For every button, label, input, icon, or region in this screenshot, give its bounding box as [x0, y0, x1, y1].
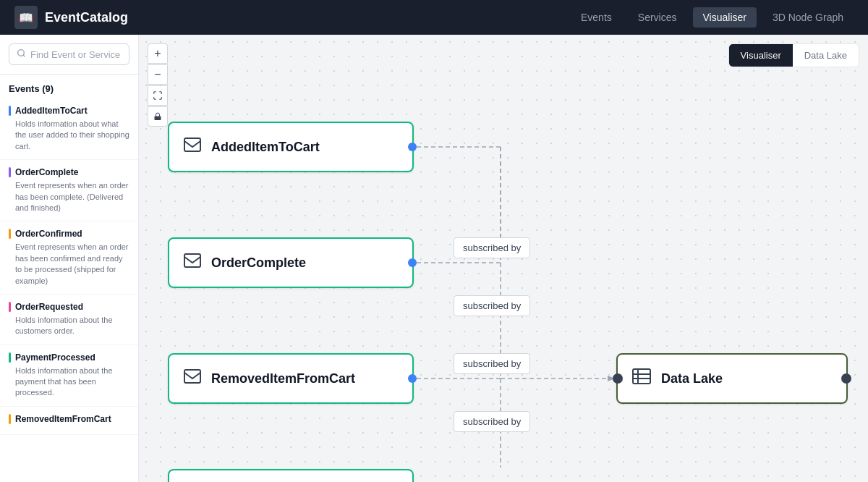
svg-rect-13	[184, 370, 200, 383]
subscribed-by-label-4: subscribed by	[454, 411, 530, 432]
sidebar: Events (9) AddedItemToCart Holds informa…	[0, 35, 139, 482]
event-connector-dot	[408, 374, 417, 383]
nav-3d-node-graph[interactable]: 3D Node Graph	[762, 7, 854, 28]
event-node-label: AddedItemToCart	[211, 140, 320, 155]
event-description: Event represents when an order has been …	[9, 180, 129, 213]
nav-visualiser[interactable]: Visualiser	[693, 7, 757, 28]
subscribed-by-label-1: subscribed by	[454, 237, 530, 258]
brand-icon: 📖	[14, 6, 38, 29]
event-node-added-item-to-cart[interactable]: AddedItemToCart	[168, 122, 414, 172]
lock-button[interactable]	[148, 106, 168, 127]
zoom-in-button[interactable]: +	[148, 43, 168, 64]
event-envelope-icon	[184, 138, 201, 156]
event-node-shipment-delivered[interactable]: ShipmentDelivered	[168, 469, 414, 482]
subscribed-by-label-2: subscribed by	[454, 295, 530, 316]
svg-point-0	[18, 50, 25, 56]
event-color-indicator	[9, 302, 11, 312]
event-envelope-icon	[184, 253, 201, 272]
view-tabs: Visualiser Data Lake	[728, 43, 859, 67]
event-name: OrderComplete	[15, 167, 78, 177]
service-connector-dot-left	[613, 373, 623, 384]
event-item-header: AddedItemToCart	[9, 106, 129, 116]
service-node-label: Data Lake	[661, 371, 723, 386]
main-canvas: + − Visualiser Data Lake	[139, 35, 868, 482]
event-description: Holds information about what the user ad…	[9, 119, 129, 152]
event-connector-dot	[408, 143, 417, 151]
svg-rect-11	[184, 138, 200, 151]
list-item[interactable]: RemovedItemFromCart	[0, 407, 138, 435]
svg-rect-1	[155, 117, 161, 121]
event-color-indicator	[9, 167, 11, 177]
event-name: PaymentProcessed	[15, 352, 95, 363]
list-item[interactable]: PaymentProcessed Holds information about…	[0, 345, 138, 407]
event-color-indicator	[9, 352, 11, 363]
zoom-controls: + −	[148, 43, 168, 127]
service-database-icon	[632, 368, 651, 389]
event-node-removed-item-from-cart[interactable]: RemovedItemFromCart	[168, 353, 414, 404]
svg-rect-15	[633, 369, 650, 384]
events-header: Events (9)	[0, 75, 138, 98]
event-color-indicator	[9, 414, 11, 424]
service-node-data-lake[interactable]: Data Lake	[616, 353, 848, 404]
tab-visualiser[interactable]: Visualiser	[729, 44, 793, 67]
zoom-out-button[interactable]: −	[148, 64, 168, 85]
event-description: Holds information about the customers or…	[9, 315, 129, 337]
search-icon	[17, 48, 26, 60]
search-input[interactable]	[30, 49, 122, 60]
event-envelope-icon	[184, 369, 201, 388]
event-name: RemovedItemFromCart	[15, 414, 111, 424]
event-description: Event represents when an order has been …	[9, 242, 129, 287]
event-node-label: OrderComplete	[211, 255, 306, 271]
event-name: AddedItemToCart	[15, 106, 88, 116]
list-item[interactable]: OrderConfirmed Event represents when an …	[0, 221, 138, 295]
event-item-header: OrderConfirmed	[9, 229, 129, 239]
svg-rect-12	[184, 254, 200, 267]
subscribed-by-label-3: subscribed by	[454, 353, 530, 374]
event-item-header: RemovedItemFromCart	[9, 414, 129, 424]
list-item[interactable]: OrderComplete Event represents when an o…	[0, 160, 138, 221]
event-item-header: OrderRequested	[9, 302, 129, 312]
event-item-header: OrderComplete	[9, 167, 129, 177]
app-layout: Events (9) AddedItemToCart Holds informa…	[0, 35, 868, 482]
event-description: Holds information about the payment that…	[9, 365, 129, 399]
fit-view-button[interactable]	[148, 85, 168, 106]
sidebar-search-area	[0, 35, 138, 75]
navbar: 📖 EventCatalog Events Services Visualise…	[0, 0, 868, 35]
list-item[interactable]: AddedItemToCart Holds information about …	[0, 98, 138, 160]
nav-services[interactable]: Services	[628, 7, 687, 28]
sidebar-events-list: AddedItemToCart Holds information about …	[0, 98, 138, 482]
event-name: OrderConfirmed	[15, 229, 82, 239]
flow-diagram: AddedItemToCart OrderComplete	[168, 78, 839, 468]
event-node-label: RemovedItemFromCart	[211, 371, 355, 386]
navbar-links: Events Services Visualiser 3D Node Graph	[571, 7, 854, 28]
event-node-order-complete[interactable]: OrderComplete	[168, 237, 414, 288]
event-item-header: PaymentProcessed	[9, 352, 129, 363]
service-connector-dot-right	[841, 373, 851, 384]
event-name: OrderRequested	[15, 302, 83, 312]
brand-name: EventCatalog	[45, 10, 128, 25]
nav-events[interactable]: Events	[571, 7, 622, 28]
event-connector-dot	[408, 258, 417, 267]
event-color-indicator	[9, 106, 11, 116]
search-wrapper[interactable]	[9, 43, 129, 65]
tab-data-lake[interactable]: Data Lake	[793, 44, 859, 67]
event-color-indicator	[9, 229, 11, 239]
brand: 📖 EventCatalog	[14, 6, 128, 29]
list-item[interactable]: OrderRequested Holds information about t…	[0, 295, 138, 345]
